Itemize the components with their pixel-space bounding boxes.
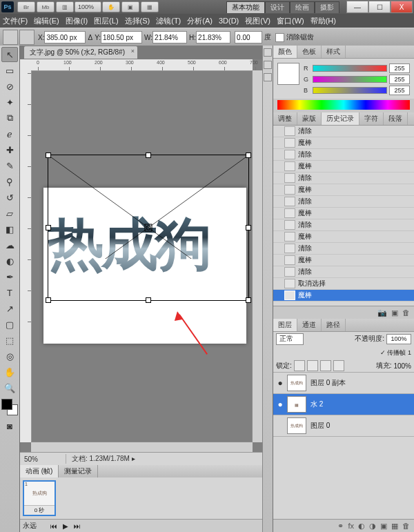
tab-layers[interactable]: 图层: [273, 319, 297, 331]
lock-pos-icon[interactable]: [320, 360, 331, 371]
menu-view[interactable]: 视图(V): [245, 16, 270, 26]
status-zoom[interactable]: 50%: [20, 455, 66, 463]
window-minimize[interactable]: —: [346, 1, 368, 13]
type-tool[interactable]: T: [1, 285, 18, 300]
fg-color-swatch[interactable]: [277, 63, 299, 85]
tab-history[interactable]: 历史记录: [322, 112, 359, 125]
history-row[interactable]: 魔棒: [273, 161, 414, 173]
history-row[interactable]: 清除: [273, 196, 414, 208]
frame-time[interactable]: 0 秒: [24, 505, 55, 515]
menu-help[interactable]: 帮助(H): [310, 16, 336, 26]
layer-new-icon[interactable]: ▦: [391, 522, 398, 531]
handle-tc[interactable]: [146, 152, 151, 158]
antialias-checkbox[interactable]: [275, 33, 284, 42]
handle-tl[interactable]: [46, 152, 51, 158]
menu-edit[interactable]: 编辑(E): [34, 16, 59, 26]
layer-visibility-icon[interactable]: ●: [273, 400, 287, 409]
arrange-button[interactable]: ▦: [141, 1, 159, 12]
history-list[interactable]: 清除魔棒清除魔棒清除魔棒清除魔棒清除魔棒清除魔棒清除取消选择▶魔棒: [273, 126, 414, 306]
loop-select[interactable]: 永远: [23, 521, 45, 531]
tool-preset-icon[interactable]: [3, 30, 18, 45]
tab-color[interactable]: 颜色: [273, 46, 297, 58]
handle-bl[interactable]: [46, 297, 51, 303]
handle-center[interactable]: [145, 224, 152, 232]
g-slider[interactable]: [313, 76, 387, 83]
dodge-tool[interactable]: ◐: [1, 253, 18, 268]
ws-tab-photo[interactable]: 摄影: [315, 1, 339, 13]
tab-animation[interactable]: 动画 (帧): [20, 465, 59, 477]
tab-styles[interactable]: 样式: [322, 46, 346, 58]
transform-box[interactable]: [48, 155, 249, 301]
wand-tool[interactable]: ✦: [1, 95, 18, 110]
quickmask-tool[interactable]: ◙: [1, 418, 18, 433]
fg-bg-colors[interactable]: [1, 399, 18, 415]
screenmode-button[interactable]: ▣: [121, 1, 139, 12]
handle-ml[interactable]: [46, 225, 51, 230]
color-spectrum[interactable]: [277, 100, 410, 110]
marquee-tool[interactable]: ▭: [1, 63, 18, 78]
canvas-area[interactable]: 0 100 200 300 400 500 600 700: [20, 59, 262, 452]
layer-adj-icon[interactable]: ◑: [369, 522, 376, 531]
brush-tool[interactable]: ✎: [1, 158, 18, 173]
hand-tool[interactable]: ✋: [1, 364, 18, 380]
layers-list[interactable]: ➜ ●热成狗图层 0 副本●▦水 2热成狗图层 0: [273, 373, 414, 519]
menu-layer[interactable]: 图层(L): [94, 16, 118, 26]
handle-br[interactable]: [246, 297, 251, 303]
prev-frame-icon[interactable]: ⏮: [50, 522, 57, 530]
document-tab-close[interactable]: ×: [131, 48, 135, 55]
side-icon-2[interactable]: [264, 61, 272, 69]
blend-mode-select[interactable]: 正常: [276, 333, 304, 345]
animation-frame-1[interactable]: 1 热成狗 0 秒: [23, 480, 56, 516]
ws-tab-design[interactable]: 设计: [265, 1, 290, 13]
menu-image[interactable]: 图像(I): [66, 16, 88, 26]
history-row[interactable]: 清除: [273, 173, 414, 184]
layer-mask-icon[interactable]: ◐: [358, 522, 365, 531]
lock-all-icon[interactable]: [333, 360, 344, 371]
crop-tool[interactable]: ⧉: [1, 110, 18, 126]
history-row[interactable]: 魔棒: [273, 231, 414, 243]
menu-window[interactable]: 窗口(W): [277, 16, 304, 26]
tab-char[interactable]: 字符: [359, 112, 384, 125]
layer-visibility-icon[interactable]: ●: [273, 378, 287, 388]
br-button[interactable]: Br: [17, 1, 35, 12]
heal-tool[interactable]: ✚: [1, 142, 18, 157]
horizontal-scrollbar[interactable]: [31, 442, 253, 452]
ws-tab-basic[interactable]: 基本功能: [226, 1, 265, 13]
history-row[interactable]: 取消选择: [273, 278, 414, 290]
lock-pixels-icon[interactable]: [307, 360, 318, 371]
menu-filter[interactable]: 滤镜(T): [156, 16, 181, 26]
history-row[interactable]: 清除: [273, 243, 414, 255]
angle-field[interactable]: 0.00: [235, 31, 262, 43]
fill-value[interactable]: 100%: [393, 362, 411, 370]
r-slider[interactable]: [313, 65, 387, 72]
history-row[interactable]: 魔棒: [273, 208, 414, 219]
menu-select[interactable]: 选择(S): [125, 16, 150, 26]
b-slider[interactable]: [313, 87, 387, 94]
history-row[interactable]: 魔棒: [273, 184, 414, 196]
handle-bc[interactable]: [146, 297, 151, 303]
3d-camera-tool[interactable]: ◎: [1, 348, 18, 364]
tab-swatches[interactable]: 色板: [297, 46, 322, 58]
handle-mr[interactable]: [246, 225, 251, 230]
document-tab[interactable]: 文字.jpg @ 50% (水2, RGB/8#) ×: [24, 46, 137, 59]
opacity-value[interactable]: 100%: [386, 334, 411, 344]
history-row[interactable]: 清除: [273, 126, 414, 137]
tab-channels[interactable]: 通道: [297, 319, 322, 331]
next-frame-icon[interactable]: ⏭: [74, 522, 81, 530]
history-row[interactable]: 清除: [273, 149, 414, 161]
menu-3d[interactable]: 3D(D): [219, 17, 239, 25]
tab-mask[interactable]: 蒙版: [297, 112, 322, 125]
layer-link-icon[interactable]: ⚭: [337, 522, 344, 531]
pen-tool[interactable]: ✒: [1, 269, 18, 284]
zoom-tool[interactable]: 🔍: [1, 380, 18, 395]
layer-row[interactable]: 热成狗图层 0: [273, 415, 414, 437]
tab-paths[interactable]: 路径: [322, 319, 346, 331]
y-field[interactable]: 180.50 px: [101, 31, 142, 43]
side-icon-1[interactable]: [264, 48, 272, 57]
layer-trash-icon[interactable]: 🗑: [402, 522, 410, 530]
shape-tool[interactable]: ▢: [1, 317, 18, 332]
history-brush-tool[interactable]: ↺: [1, 190, 18, 205]
eyedropper-tool[interactable]: ℯ: [1, 126, 18, 141]
menu-file[interactable]: 文件(F): [3, 16, 28, 26]
layer-fx-icon[interactable]: fx: [348, 522, 354, 530]
